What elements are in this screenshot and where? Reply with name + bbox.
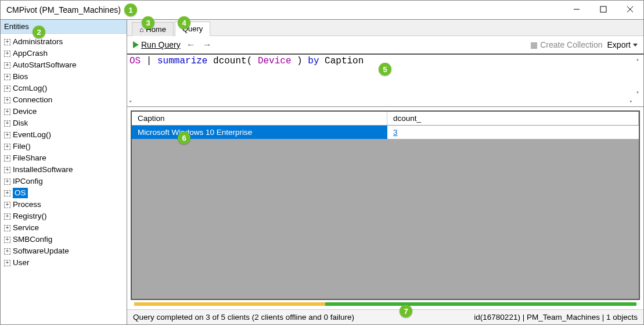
entity-item[interactable]: +File() bbox=[2, 141, 125, 152]
entity-item[interactable]: +OS bbox=[2, 187, 125, 199]
cell-caption: Microsoft Windows 10 Enterprise bbox=[132, 126, 387, 139]
entity-label: CcmLog() bbox=[13, 83, 47, 94]
callout-3: 3 bbox=[142, 16, 154, 29]
entity-item[interactable]: +Process bbox=[2, 199, 125, 210]
grid-header: Caption dcount_ bbox=[132, 112, 639, 126]
tab-strip: ⌂ Home Query bbox=[127, 20, 643, 36]
expand-icon[interactable]: + bbox=[4, 109, 10, 115]
minimize-button[interactable] bbox=[563, 1, 590, 18]
entity-item[interactable]: +SMBConfig bbox=[2, 234, 125, 245]
expand-icon[interactable]: + bbox=[4, 85, 10, 92]
entity-label: SoftwareUpdate bbox=[13, 246, 69, 256]
expand-icon[interactable]: + bbox=[4, 178, 10, 185]
entity-label: AppCrash bbox=[13, 48, 48, 59]
editor-vscroll[interactable]: ▴▾ bbox=[633, 56, 642, 96]
expand-icon[interactable]: + bbox=[4, 120, 10, 127]
callout-2: 2 bbox=[33, 26, 45, 38]
entity-item[interactable]: +Connection bbox=[2, 94, 125, 106]
entity-item[interactable]: +User bbox=[2, 257, 125, 269]
svg-rect-1 bbox=[600, 6, 606, 12]
entities-header: Entities bbox=[1, 20, 127, 34]
entity-item[interactable]: +Disk bbox=[2, 117, 125, 129]
entity-item[interactable]: +InstalledSoftware bbox=[2, 164, 125, 176]
status-bar: Query completed on 3 of 5 clients (2 cli… bbox=[127, 309, 643, 324]
column-dcount[interactable]: dcount_ bbox=[387, 112, 639, 125]
progress-success bbox=[325, 302, 636, 306]
chevron-down-icon bbox=[633, 44, 638, 47]
entity-label: AutoStartSoftware bbox=[13, 60, 77, 70]
entity-label: InstalledSoftware bbox=[13, 165, 73, 175]
expand-icon[interactable]: + bbox=[4, 97, 10, 103]
collection-icon: ▦ bbox=[530, 40, 538, 49]
entity-item[interactable]: +Bios bbox=[2, 71, 125, 83]
entity-label: User bbox=[13, 258, 30, 268]
create-collection-label: Create Collection bbox=[540, 40, 602, 49]
nav-back-button[interactable]: ← bbox=[185, 40, 197, 50]
play-icon bbox=[133, 41, 139, 48]
expand-icon[interactable]: + bbox=[4, 202, 10, 208]
entity-item[interactable]: +Administrators bbox=[2, 36, 125, 48]
expand-icon[interactable]: + bbox=[4, 39, 10, 45]
title-bar: CMPivot (PM_Team_Machines) bbox=[1, 1, 643, 19]
entity-item[interactable]: +Device bbox=[2, 106, 125, 117]
entity-label: IPConfig bbox=[13, 176, 43, 187]
close-button[interactable] bbox=[617, 1, 643, 18]
entity-item[interactable]: +AppCrash bbox=[2, 48, 125, 59]
entity-item[interactable]: +CcmLog() bbox=[2, 83, 125, 94]
window-title: CMPivot (PM_Team_Machines) bbox=[6, 5, 121, 15]
progress-offline bbox=[134, 302, 325, 306]
create-collection-button[interactable]: ▦ Create Collection bbox=[530, 40, 602, 49]
expand-icon[interactable]: + bbox=[4, 248, 10, 255]
entities-sidebar: Entities +Administrators+AppCrash+AutoSt… bbox=[1, 20, 127, 324]
run-query-label: Run Query bbox=[141, 40, 181, 49]
export-button[interactable]: Export bbox=[607, 40, 638, 49]
expand-icon[interactable]: + bbox=[4, 225, 10, 231]
entity-label: Process bbox=[13, 199, 41, 210]
entity-label: FileShare bbox=[13, 153, 46, 163]
entity-label: Connection bbox=[13, 95, 52, 105]
query-toolbar: Run Query ← → ▦ Create Collection Export bbox=[127, 36, 643, 55]
entity-item[interactable]: +FileShare bbox=[2, 152, 125, 164]
entity-label: Bios bbox=[13, 72, 28, 82]
dcount-link[interactable]: 3 bbox=[393, 128, 398, 137]
entity-label: Disk bbox=[13, 118, 28, 128]
entity-label: Service bbox=[13, 223, 39, 233]
expand-icon[interactable]: + bbox=[4, 132, 10, 138]
entity-label: SMBConfig bbox=[13, 234, 52, 245]
entity-label: EventLog() bbox=[13, 130, 51, 140]
callout-6: 6 bbox=[178, 131, 190, 144]
entity-item[interactable]: +AutoStartSoftware bbox=[2, 59, 125, 71]
entity-item[interactable]: +Service bbox=[2, 222, 125, 234]
editor-hscroll[interactable]: ◂▸ bbox=[128, 97, 633, 105]
expand-icon[interactable]: + bbox=[4, 167, 10, 173]
entity-item[interactable]: +Registry() bbox=[2, 210, 125, 222]
callout-5: 5 bbox=[379, 63, 391, 76]
entity-label: Device bbox=[13, 106, 37, 117]
entity-label: Registry() bbox=[13, 211, 47, 222]
callout-4: 4 bbox=[178, 16, 190, 29]
results-pane: Caption dcount_ Microsoft Windows 10 Ent… bbox=[127, 107, 643, 309]
entity-label: OS bbox=[13, 188, 28, 198]
progress-bar bbox=[134, 302, 636, 306]
expand-icon[interactable]: + bbox=[4, 51, 10, 57]
expand-icon[interactable]: + bbox=[4, 62, 10, 69]
entity-label: File() bbox=[13, 141, 31, 152]
entity-item[interactable]: +IPConfig bbox=[2, 176, 125, 187]
expand-icon[interactable]: + bbox=[4, 190, 10, 197]
table-row[interactable]: Microsoft Windows 10 Enterprise 3 bbox=[132, 126, 639, 139]
expand-icon[interactable]: + bbox=[4, 144, 10, 150]
results-grid: Caption dcount_ Microsoft Windows 10 Ent… bbox=[131, 110, 640, 300]
expand-icon[interactable]: + bbox=[4, 237, 10, 243]
nav-forward-button[interactable]: → bbox=[202, 40, 213, 50]
column-caption[interactable]: Caption bbox=[132, 112, 387, 125]
run-query-button[interactable]: Run Query bbox=[133, 40, 181, 49]
expand-icon[interactable]: + bbox=[4, 74, 10, 80]
expand-icon[interactable]: + bbox=[4, 213, 10, 220]
export-label: Export bbox=[607, 40, 631, 49]
entity-item[interactable]: +SoftwareUpdate bbox=[2, 245, 125, 257]
cell-dcount: 3 bbox=[387, 126, 639, 139]
expand-icon[interactable]: + bbox=[4, 260, 10, 266]
maximize-button[interactable] bbox=[590, 1, 617, 18]
expand-icon[interactable]: + bbox=[4, 155, 10, 162]
entity-item[interactable]: +EventLog() bbox=[2, 129, 125, 141]
